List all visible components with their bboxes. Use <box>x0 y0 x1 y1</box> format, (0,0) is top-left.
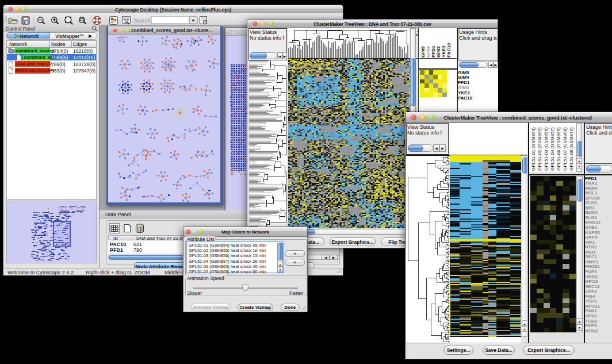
svg-text:PFD1: PFD1 <box>431 45 436 58</box>
svg-text:GPL51-08 (GSM872): GPL51-08 (GSM872) <box>569 127 574 171</box>
svg-text:GPL51-06 (GSM865): GPL51-06 (GSM865) <box>556 127 561 171</box>
svg-text:GPL51-07 (GSM868): GPL51-07 (GSM868) <box>563 127 568 171</box>
svg-text:PAC10: PAC10 <box>446 43 452 58</box>
svg-text:GPL51-04 (GSM857): GPL51-04 (GSM857) <box>550 127 555 171</box>
svg-text:YKE2: YKE2 <box>441 45 446 58</box>
svg-text:GPL51-01 (GSM854): GPL51-01 (GSM854) <box>531 127 536 171</box>
svg-text:GPL51-02 (GSM855): GPL51-02 (GSM855) <box>537 127 542 171</box>
svg-text:GPL51-03 (GSM856): GPL51-03 (GSM856) <box>544 127 549 171</box>
svg-text:GIM3: GIM3 <box>436 46 441 58</box>
svg-text:GIM4: GIM4 <box>426 46 431 58</box>
svg-text:GIM5: GIM5 <box>420 46 426 58</box>
svg-text:Search:: Search: <box>134 18 152 24</box>
